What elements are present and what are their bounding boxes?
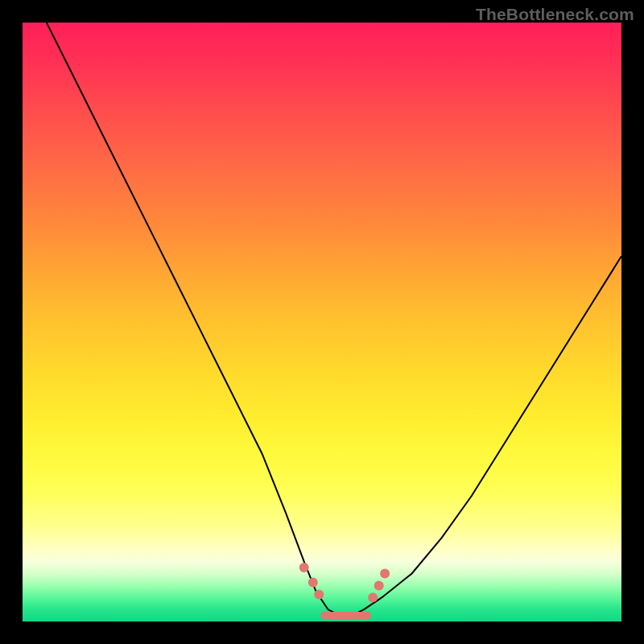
valley-markers <box>299 563 390 602</box>
valley-dot <box>299 563 309 572</box>
floor-segment <box>321 612 371 620</box>
valley-dot <box>308 578 318 588</box>
valley-dot <box>380 569 390 579</box>
bottleneck-curve <box>47 23 621 616</box>
valley-dot <box>374 580 384 590</box>
watermark-text: TheBottleneck.com <box>476 5 634 24</box>
plot-area <box>23 23 621 621</box>
floor-end-dot <box>363 612 371 620</box>
valley-dot <box>368 592 378 602</box>
floor-end-dot <box>321 612 329 620</box>
outer-frame: TheBottleneck.com <box>0 0 644 644</box>
chart-svg <box>23 23 621 621</box>
valley-dot <box>314 590 324 600</box>
